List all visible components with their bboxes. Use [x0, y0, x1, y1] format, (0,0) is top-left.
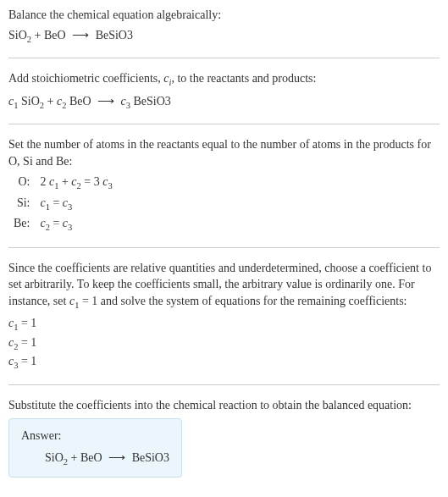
- answer-intro: Substitute the coefficients into the che…: [8, 397, 440, 414]
- atom-label: O:: [8, 173, 35, 193]
- solve-intro: Since the coefficients are relative quan…: [8, 260, 440, 312]
- atom-equation: c2 = c3: [35, 214, 117, 235]
- atom-equation: 2 c1 + c2 = 3 c3: [35, 173, 117, 193]
- text: = 1 and solve the system of equations fo…: [79, 295, 407, 307]
- reactant-sio2: SiO2: [45, 451, 68, 464]
- section-answer: Substitute the coefficients into the che…: [8, 397, 440, 478]
- coef-line: c3 = 1: [8, 353, 440, 372]
- divider: [8, 58, 440, 58]
- val: = 1: [18, 317, 36, 329]
- coeff-intro: Add stoichiometric coefficients, ci, to …: [8, 70, 440, 89]
- i: 3: [68, 223, 72, 232]
- balanced-equation: SiO2 + BeO ⟶ BeSiO3: [21, 450, 169, 468]
- atom-label: Be:: [8, 214, 35, 235]
- table-row: Si: c1 = c3: [8, 194, 118, 214]
- divider: [8, 124, 440, 124]
- arrow-icon: ⟶: [108, 451, 125, 464]
- section-solve: Since the coefficients are relative quan…: [8, 260, 440, 373]
- answer-box: Answer: SiO2 + BeO ⟶ BeSiO3: [8, 418, 182, 478]
- val: = 1: [18, 336, 36, 349]
- r2: BeO: [66, 95, 91, 108]
- table-row: O: 2 c1 + c2 = 3 c3: [8, 173, 118, 193]
- coef-list: c1 = 1 c2 = 1 c3 = 1: [8, 315, 440, 372]
- plus: +: [44, 95, 57, 108]
- eq: = 3: [81, 175, 102, 188]
- atom-equation: c1 = c3: [35, 194, 117, 214]
- product-besio3: BeSiO3: [132, 451, 169, 464]
- eq: =: [50, 196, 63, 209]
- eq: =: [50, 217, 63, 229]
- plus: +: [68, 451, 80, 464]
- coef-line: c2 = 1: [8, 334, 440, 353]
- answer-label: Answer:: [21, 428, 169, 445]
- coef-line: c1 = 1: [8, 315, 440, 334]
- text: 2: [40, 175, 49, 188]
- section-coefficients: Add stoichiometric coefficients, ci, to …: [8, 70, 440, 112]
- reactant-sio2: SiO2: [8, 29, 31, 41]
- text: SiO: [45, 451, 64, 464]
- divider: [8, 384, 440, 385]
- atom-intro: Set the number of atoms in the reactants…: [8, 136, 440, 169]
- i: 3: [108, 181, 112, 191]
- table-row: Be: c2 = c3: [8, 214, 118, 235]
- intro-text: Balance the chemical equation algebraica…: [8, 7, 440, 24]
- reactant-beo: BeO: [44, 29, 66, 41]
- text: Add stoichiometric coefficients,: [8, 72, 163, 85]
- arrow-icon: ⟶: [72, 29, 89, 41]
- text: , to the reactants and products:: [171, 72, 316, 85]
- val: = 1: [18, 355, 36, 367]
- r1: SiO: [18, 95, 39, 108]
- coeff-equation: c1 SiO2 + c2 BeO ⟶ c3 BeSiO3: [8, 93, 440, 112]
- unbalanced-equation: SiO2 + BeO ⟶ BeSiO3: [8, 27, 440, 46]
- divider: [8, 247, 440, 248]
- product-besio3: BeSiO3: [96, 29, 133, 41]
- arrow-icon: ⟶: [97, 95, 114, 108]
- plus: +: [31, 29, 44, 41]
- atoms-table: O: 2 c1 + c2 = 3 c3 Si: c1 = c3 Be: c2 =…: [8, 173, 118, 235]
- atom-label: Si:: [8, 194, 35, 214]
- section-atom-balance: Set the number of atoms in the reactants…: [8, 136, 440, 235]
- p1: BeSiO3: [130, 95, 171, 108]
- reactant-beo: BeO: [80, 451, 102, 464]
- text: SiO: [8, 29, 27, 41]
- plus: +: [58, 175, 71, 188]
- section-intro: Balance the chemical equation algebraica…: [8, 7, 440, 46]
- i: 3: [68, 202, 72, 212]
